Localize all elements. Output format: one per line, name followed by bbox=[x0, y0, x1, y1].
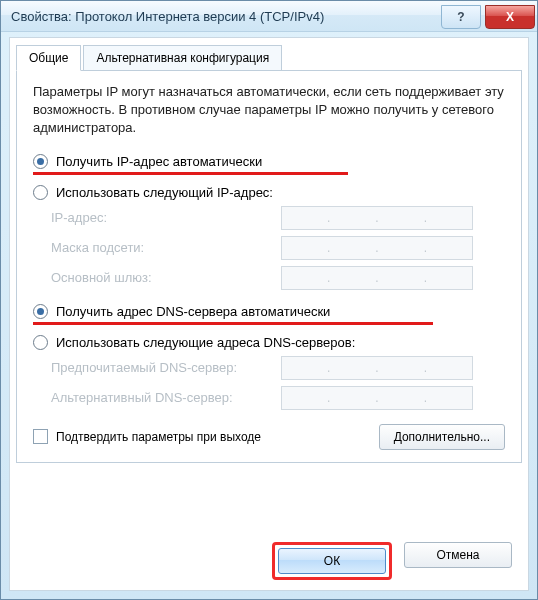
radio-dns-manual[interactable] bbox=[33, 335, 48, 350]
confirm-on-exit-row[interactable]: Подтвердить параметры при выходе bbox=[33, 429, 261, 444]
gateway-label: Основной шлюз: bbox=[51, 270, 281, 285]
dns-alternate-label: Альтернативный DNS-сервер: bbox=[51, 390, 281, 405]
properties-dialog: Свойства: Протокол Интернета версии 4 (T… bbox=[0, 0, 538, 600]
ip-fields-group: IP-адрес: ... Маска подсети: ... Основно… bbox=[51, 206, 505, 290]
tab-general[interactable]: Общие bbox=[16, 45, 81, 71]
tab-body-general: Параметры IP могут назначаться автоматич… bbox=[16, 70, 522, 463]
radio-ip-auto-row[interactable]: Получить IP-адрес автоматически bbox=[33, 154, 505, 169]
dns-alternate-input: ... bbox=[281, 386, 473, 410]
title-bar: Свойства: Протокол Интернета версии 4 (T… bbox=[1, 1, 537, 32]
intro-text: Параметры IP могут назначаться автоматич… bbox=[33, 83, 505, 138]
radio-ip-auto-label: Получить IP-адрес автоматически bbox=[56, 154, 262, 169]
radio-ip-auto[interactable] bbox=[33, 154, 48, 169]
subnet-mask-row: Маска подсети: ... bbox=[51, 236, 505, 260]
annotation-ok-highlight: ОК bbox=[272, 542, 392, 580]
advanced-button[interactable]: Дополнительно... bbox=[379, 424, 505, 450]
help-button[interactable]: ? bbox=[441, 5, 481, 29]
subnet-mask-label: Маска подсети: bbox=[51, 240, 281, 255]
bottom-row: Подтвердить параметры при выходе Дополни… bbox=[33, 424, 505, 450]
dns-fields-group: Предпочитаемый DNS-сервер: ... Альтернат… bbox=[51, 356, 505, 410]
ip-address-label: IP-адрес: bbox=[51, 210, 281, 225]
radio-ip-manual[interactable] bbox=[33, 185, 48, 200]
dialog-buttons: ОК Отмена bbox=[272, 542, 512, 580]
dns-preferred-row: Предпочитаемый DNS-сервер: ... bbox=[51, 356, 505, 380]
ip-address-row: IP-адрес: ... bbox=[51, 206, 505, 230]
confirm-on-exit-label: Подтвердить параметры при выходе bbox=[56, 430, 261, 444]
radio-dns-manual-row[interactable]: Использовать следующие адреса DNS-сервер… bbox=[33, 335, 505, 350]
ip-address-input: ... bbox=[281, 206, 473, 230]
radio-dns-manual-label: Использовать следующие адреса DNS-сервер… bbox=[56, 335, 355, 350]
tab-strip: Общие Альтернативная конфигурация bbox=[10, 38, 528, 70]
annotation-underline-dns bbox=[33, 322, 433, 325]
dns-alternate-row: Альтернативный DNS-сервер: ... bbox=[51, 386, 505, 410]
window-buttons: ? X bbox=[441, 4, 537, 29]
annotation-underline-ip bbox=[33, 172, 348, 175]
cancel-button[interactable]: Отмена bbox=[404, 542, 512, 568]
dns-preferred-label: Предпочитаемый DNS-сервер: bbox=[51, 360, 281, 375]
radio-dns-auto[interactable] bbox=[33, 304, 48, 319]
dns-preferred-input: ... bbox=[281, 356, 473, 380]
radio-ip-manual-label: Использовать следующий IP-адрес: bbox=[56, 185, 273, 200]
close-button[interactable]: X bbox=[485, 5, 535, 29]
ok-button[interactable]: ОК bbox=[278, 548, 386, 574]
radio-dns-auto-row[interactable]: Получить адрес DNS-сервера автоматически bbox=[33, 304, 505, 319]
window-title: Свойства: Протокол Интернета версии 4 (T… bbox=[11, 9, 441, 24]
subnet-mask-input: ... bbox=[281, 236, 473, 260]
radio-ip-manual-row[interactable]: Использовать следующий IP-адрес: bbox=[33, 185, 505, 200]
gateway-input: ... bbox=[281, 266, 473, 290]
gateway-row: Основной шлюз: ... bbox=[51, 266, 505, 290]
client-area: Общие Альтернативная конфигурация Параме… bbox=[9, 37, 529, 591]
help-icon: ? bbox=[457, 10, 464, 24]
radio-dns-auto-label: Получить адрес DNS-сервера автоматически bbox=[56, 304, 330, 319]
close-icon: X bbox=[506, 10, 514, 24]
confirm-on-exit-checkbox[interactable] bbox=[33, 429, 48, 444]
tab-alt-config[interactable]: Альтернативная конфигурация bbox=[83, 45, 282, 71]
